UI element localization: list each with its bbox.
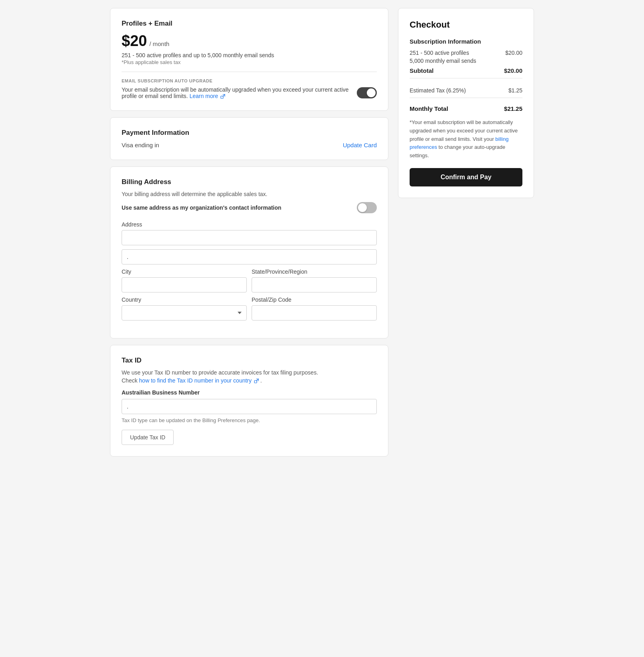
monthly-total-price: $21.25 — [504, 105, 522, 112]
taxid-field-label: Austrailian Business Number — [122, 389, 377, 396]
subtotal-label: Subtotal — [410, 67, 434, 74]
subscription-info-title: Subscription Information — [410, 38, 522, 45]
left-column: Profiles + Email $20 / month 251 - 500 a… — [110, 8, 388, 457]
price-period: / month — [149, 40, 169, 47]
profiles-email-card: Profiles + Email $20 / month 251 - 500 a… — [110, 8, 388, 111]
auto-upgrade-label: EMAIL SUBSCRIPTION AUTO UPGRADE — [122, 78, 377, 83]
checkout-panel: Checkout Subscription Information 251 - … — [398, 8, 534, 198]
address-input[interactable] — [122, 230, 377, 245]
subscription-row1-label: 251 - 500 active profiles — [410, 50, 469, 56]
divider — [122, 72, 377, 72]
checkout-note: *Your email subscription will be automat… — [410, 118, 522, 160]
payment-title: Payment Information — [122, 129, 377, 137]
address2-input[interactable] — [122, 249, 377, 264]
taxid-link-row: Check how to find the Tax ID number in y… — [122, 377, 377, 384]
subtotal-price: $20.00 — [504, 67, 522, 74]
city-label: City — [122, 268, 247, 275]
state-label: State/Province/Region — [252, 268, 377, 275]
country-label: Country — [122, 296, 247, 303]
visa-label: Visa ending in — [122, 142, 159, 148]
taxid-how-to-link[interactable]: how to find the Tax ID number in your co… — [139, 377, 260, 384]
checkout-divider — [410, 78, 522, 78]
payment-card: Payment Information Visa ending in Updat… — [110, 117, 388, 160]
profiles-title: Profiles + Email — [122, 20, 377, 28]
tax-label: Estimated Tax (6.25%) — [410, 87, 466, 94]
subscription-row1-price: $20.00 — [505, 50, 522, 56]
auto-upgrade-desc: Your email subscription will be automati… — [122, 86, 352, 99]
postal-input[interactable] — [252, 305, 377, 320]
monthly-total-row: Monthly Total $21.25 — [410, 102, 522, 112]
checkout-title: Checkout — [410, 20, 522, 30]
billing-title: Billing Address — [122, 178, 377, 186]
subscription-row2: 5,000 monthly email sends — [410, 58, 522, 64]
update-card-link[interactable]: Update Card — [343, 142, 377, 148]
state-input[interactable] — [252, 277, 377, 292]
auto-upgrade-toggle[interactable] — [357, 87, 377, 98]
billing-desc: Your billing address will determine the … — [122, 191, 377, 197]
taxid-desc: We use your Tax ID number to provide acc… — [122, 369, 377, 376]
same-address-label: Use same address as my organization's co… — [122, 204, 281, 211]
subscription-row2-label: 5,000 monthly email sends — [410, 58, 476, 64]
price-amount: $20 — [122, 32, 147, 50]
billing-address-card: Billing Address Your billing address wil… — [110, 166, 388, 339]
same-address-toggle[interactable] — [357, 202, 377, 213]
sales-tax-note: *Plus applicable sales tax — [122, 59, 377, 65]
taxid-input[interactable] — [122, 399, 377, 414]
taxid-note: Tax ID type can be updated on the Billin… — [122, 417, 377, 423]
profile-description: 251 - 500 active profiles and up to 5,00… — [122, 52, 377, 58]
tax-row: Estimated Tax (6.25%) $1.25 — [410, 82, 522, 94]
update-tax-button[interactable]: Update Tax ID — [122, 430, 174, 445]
checkout-card: Checkout Subscription Information 251 - … — [398, 8, 534, 198]
confirm-pay-button[interactable]: Confirm and Pay — [410, 168, 522, 186]
tax-id-card: Tax ID We use your Tax ID number to prov… — [110, 345, 388, 457]
taxid-title: Tax ID — [122, 357, 377, 365]
subtotal-row: Subtotal $20.00 — [410, 67, 522, 74]
learn-more-link[interactable]: Learn more — [190, 93, 225, 99]
country-select[interactable] — [122, 305, 247, 320]
tax-price: $1.25 — [508, 87, 522, 94]
city-input[interactable] — [122, 277, 247, 292]
address-label: Address — [122, 221, 377, 228]
postal-label: Postal/Zip Code — [252, 296, 377, 303]
monthly-total-label: Monthly Total — [410, 105, 448, 112]
checkout-divider2 — [410, 98, 522, 98]
subscription-row1: 251 - 500 active profiles $20.00 — [410, 50, 522, 56]
